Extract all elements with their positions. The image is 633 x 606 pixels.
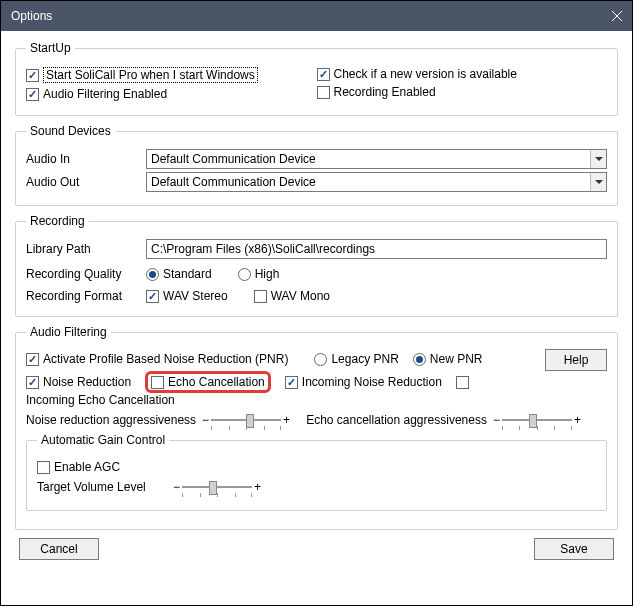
help-button[interactable]: Help [545,349,607,371]
wav-mono-label: WAV Mono [271,289,330,303]
incoming-noise-reduction-checkbox[interactable] [285,376,298,389]
recording-format-label: Recording Format [26,289,146,303]
legacy-pnr-label: Legacy PNR [331,352,398,366]
audio-in-value: Default Communication Device [151,152,316,166]
audio-filtering-enabled-checkbox[interactable] [26,88,39,101]
audio-out-dropdown[interactable]: Default Communication Device [146,172,607,192]
sound-devices-legend: Sound Devices [26,124,115,138]
enable-agc-label: Enable AGC [54,460,120,474]
cancel-button-label: Cancel [40,542,77,556]
nr-aggressiveness-slider[interactable]: − + [200,412,292,428]
plus-icon: + [574,413,581,427]
help-button-label: Help [564,353,589,367]
wav-mono-checkbox[interactable] [254,290,267,303]
startup-legend: StartUp [26,41,75,55]
agc-group: Automatic Gain Control Enable AGC Target… [26,433,607,511]
audio-in-dropdown[interactable]: Default Communication Device [146,149,607,169]
recording-group: Recording Library Path C:\Program Files … [15,214,618,317]
save-button[interactable]: Save [534,538,614,560]
window-title: Options [11,9,52,23]
wav-stereo-checkbox[interactable] [146,290,159,303]
quality-standard-radio[interactable] [146,268,159,281]
library-path-value: C:\Program Files (x86)\SoliCall\recordin… [151,242,375,256]
recording-enabled-checkbox[interactable] [317,86,330,99]
incoming-echo-cancellation-checkbox[interactable] [456,376,469,389]
audio-in-label: Audio In [26,152,146,166]
audio-filtering-enabled-label: Audio Filtering Enabled [43,87,167,101]
quality-high-label: High [255,267,280,281]
activate-pnr-label: Activate Profile Based Noise Reduction (… [43,352,288,366]
incoming-noise-reduction-label: Incoming Noise Reduction [302,375,442,389]
quality-high-radio[interactable] [238,268,251,281]
wav-stereo-label: WAV Stereo [163,289,228,303]
audio-out-label: Audio Out [26,175,146,189]
minus-icon: − [173,480,180,494]
sound-devices-group: Sound Devices Audio In Default Communica… [15,124,618,206]
ec-aggressiveness-slider[interactable]: − + [491,412,583,428]
close-icon [611,10,623,22]
start-with-windows-checkbox[interactable] [26,69,39,82]
start-with-windows-label: Start SoliCall Pro when I start Windows [43,67,258,83]
library-path-label: Library Path [26,242,146,256]
incoming-echo-cancellation-label: Incoming Echo Cancellation [26,393,175,407]
plus-icon: + [254,480,261,494]
audio-out-value: Default Communication Device [151,175,316,189]
noise-reduction-label: Noise Reduction [43,375,131,389]
minus-icon: − [493,413,500,427]
new-pnr-label: New PNR [430,352,483,366]
echo-cancellation-highlight: Echo Cancellation [145,371,271,393]
noise-reduction-checkbox[interactable] [26,376,39,389]
echo-cancellation-label: Echo Cancellation [168,375,265,389]
recording-quality-label: Recording Quality [26,267,146,281]
agc-legend: Automatic Gain Control [37,433,169,447]
minus-icon: − [202,413,209,427]
ec-aggressiveness-label: Echo cancellation aggressiveness [306,413,487,427]
close-button[interactable] [602,1,632,31]
nr-aggressiveness-label: Noise reduction aggressiveness [26,413,196,427]
new-pnr-radio[interactable] [413,353,426,366]
target-volume-label: Target Volume Level [37,480,167,494]
startup-group: StartUp Start SoliCall Pro when I start … [15,41,618,116]
titlebar: Options [1,1,632,31]
quality-standard-label: Standard [163,267,212,281]
enable-agc-checkbox[interactable] [37,461,50,474]
recording-legend: Recording [26,214,89,228]
library-path-input[interactable]: C:\Program Files (x86)\SoliCall\recordin… [146,239,607,259]
plus-icon: + [283,413,290,427]
legacy-pnr-radio[interactable] [314,353,327,366]
save-button-label: Save [560,542,587,556]
target-volume-slider[interactable]: − + [171,479,263,495]
chevron-down-icon [590,150,606,168]
echo-cancellation-checkbox[interactable] [151,376,164,389]
audio-filtering-group: Audio Filtering Help Activate Profile Ba… [15,325,618,530]
activate-pnr-checkbox[interactable] [26,353,39,366]
recording-enabled-label: Recording Enabled [334,85,436,99]
audio-filtering-legend: Audio Filtering [26,325,111,339]
chevron-down-icon [590,173,606,191]
cancel-button[interactable]: Cancel [19,538,99,560]
check-new-version-label: Check if a new version is available [334,67,517,81]
check-new-version-checkbox[interactable] [317,68,330,81]
